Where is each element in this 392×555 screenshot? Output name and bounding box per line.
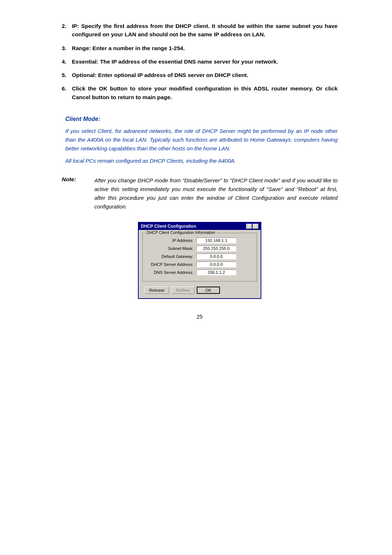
- dialog-titlebar-buttons: ? ×: [246, 224, 258, 229]
- client-mode-paragraph1: If you select Client, for advanced netwo…: [65, 127, 338, 153]
- item-4-content: Essential: The IP address of the essenti…: [72, 57, 338, 66]
- dialog-close-button[interactable]: ×: [253, 224, 258, 229]
- dialog-help-button[interactable]: ?: [246, 224, 252, 229]
- dhcp-client-dialog: DHCP Client Configuration ? × DHCP Clien…: [138, 222, 261, 299]
- dns-server-value: 200.1.1.2: [196, 270, 236, 275]
- group-box: DHCP Client Configuration Information IP…: [142, 233, 257, 281]
- group-box-title: DHCP Client Configuration Information: [146, 230, 216, 235]
- dialog-title: DHCP Client Configuration: [141, 224, 196, 229]
- dhcp-server-label: DHCP Server Address:: [146, 262, 193, 267]
- dns-server-label: DNS Server Address:: [146, 270, 193, 275]
- field-row-dns: DNS Server Address: 200.1.1.2: [146, 270, 253, 275]
- item-3-content: Range: Enter a number in the range 1-254…: [72, 44, 338, 52]
- field-row-gateway: Default Gateway: 0.0.0.0: [146, 254, 253, 259]
- list-item-4: 4. Essential: The IP address of the esse…: [62, 57, 338, 66]
- ip-address-label: IP Address:: [146, 238, 193, 243]
- item-2-content: IP: Specify the first address from the D…: [72, 22, 338, 39]
- item-6-content: Click the OK button to store your modifi…: [72, 84, 338, 101]
- list-item-5: 5. Optional: Enter optional IP address o…: [62, 71, 338, 79]
- page-container: 2. IP: Specify the first address from th…: [40, 0, 352, 555]
- renew-button[interactable]: ReNew: [171, 287, 195, 294]
- subnet-mask-label: Subnet Mask:: [146, 246, 193, 251]
- page-number: 25: [62, 313, 338, 320]
- field-row-subnet: Subnet Mask: 255.255.255.0: [146, 246, 253, 251]
- ok-button[interactable]: OK: [197, 287, 220, 294]
- list-item-2: 2. IP: Specify the first address from th…: [62, 22, 338, 39]
- ip-address-value: 192.168.1.1: [196, 238, 236, 243]
- note-section: Note: After you change DHCP mode from "D…: [62, 176, 338, 211]
- client-mode-title: Client Mode:: [65, 116, 338, 122]
- dialog-body: DHCP Client Configuration Information IP…: [139, 230, 261, 298]
- item-6-num: 6.: [62, 84, 72, 101]
- release-button[interactable]: Release: [144, 287, 169, 294]
- item-5-num: 5.: [62, 71, 72, 79]
- field-row-ip: IP Address: 192.168.1.1: [146, 238, 253, 243]
- subnet-mask-value: 255.255.255.0: [196, 246, 236, 251]
- field-row-dhcp-server: DHCP Server Address: 0.0.0.0: [146, 262, 253, 267]
- dialog-titlebar: DHCP Client Configuration ? ×: [139, 223, 261, 230]
- item-4-num: 4.: [62, 57, 72, 66]
- dhcp-server-value: 0.0.0.0: [196, 262, 236, 267]
- dialog-buttons: Release ReNew OK: [142, 285, 257, 295]
- client-mode-paragraph2: All local PCs remain configured as DHCP …: [65, 157, 338, 165]
- numbered-list: 2. IP: Specify the first address from th…: [62, 22, 338, 101]
- note-content: After you change DHCP mode from "Disable…: [94, 176, 338, 211]
- list-item-3: 3. Range: Enter a number in the range 1-…: [62, 44, 338, 52]
- note-label: Note:: [62, 176, 94, 211]
- item-3-num: 3.: [62, 44, 72, 52]
- default-gateway-label: Default Gateway:: [146, 254, 193, 259]
- default-gateway-value: 0.0.0.0: [196, 254, 236, 259]
- list-item-6: 6. Click the OK button to store your mod…: [62, 84, 338, 101]
- client-mode-section: Client Mode: If you select Client, for a…: [62, 116, 338, 165]
- item-2-num: 2.: [62, 22, 72, 39]
- dialog-container: DHCP Client Configuration ? × DHCP Clien…: [62, 222, 338, 299]
- item-5-content: Optional: Enter optional IP address of D…: [72, 71, 338, 79]
